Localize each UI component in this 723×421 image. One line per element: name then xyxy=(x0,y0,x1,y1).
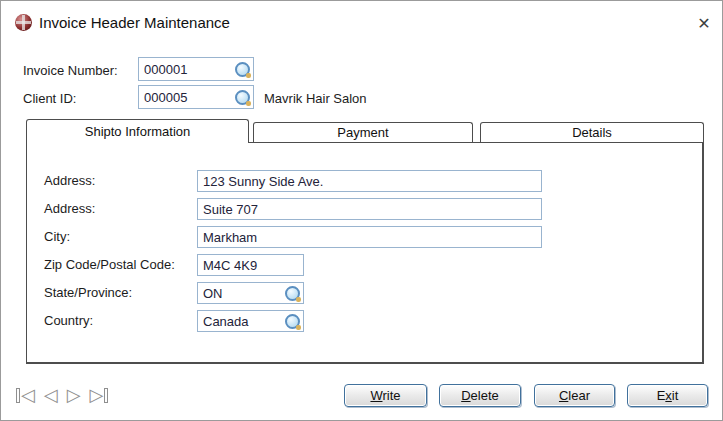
clear-button-label: Clear xyxy=(559,388,590,403)
country-lookup-icon[interactable] xyxy=(284,313,301,330)
first-record-bar-icon xyxy=(16,388,20,403)
client-id-lookup-icon[interactable] xyxy=(234,89,251,106)
write-button-label: Write xyxy=(370,388,400,403)
first-record-button[interactable]: ◁ xyxy=(16,385,35,405)
city-input[interactable] xyxy=(198,230,541,245)
invoice-number-field-box xyxy=(138,57,254,81)
exit-button-label: Exit xyxy=(657,388,679,403)
clear-button[interactable]: Clear xyxy=(534,384,615,407)
tab-details-label: Details xyxy=(572,125,612,140)
tab-payment-label: Payment xyxy=(337,125,388,140)
tab-shipto-information[interactable]: Shipto Information xyxy=(26,119,249,143)
client-id-label: Client ID: xyxy=(23,91,76,106)
close-button[interactable]: ✕ xyxy=(691,10,717,36)
city-row: City: xyxy=(27,226,702,248)
next-record-button[interactable]: ▷ xyxy=(67,385,81,405)
delete-button[interactable]: Delete xyxy=(439,384,521,407)
zip-postal-label: Zip Code/Postal Code: xyxy=(44,257,175,272)
previous-record-icon: ◁ xyxy=(44,385,58,405)
exit-button[interactable]: Exit xyxy=(627,384,708,407)
next-record-icon: ▷ xyxy=(67,385,81,405)
address2-row: Address: xyxy=(27,198,702,220)
address1-label: Address: xyxy=(44,173,95,188)
shipto-information-panel: Address: Address: City: Zip Code/Postal … xyxy=(26,142,704,364)
address2-input[interactable] xyxy=(198,202,541,217)
last-record-button[interactable]: ▷ xyxy=(90,385,109,405)
address2-label: Address: xyxy=(44,201,95,216)
previous-record-button[interactable]: ◁ xyxy=(44,385,58,405)
address1-row: Address: xyxy=(27,170,702,192)
zip-postal-row: Zip Code/Postal Code: xyxy=(27,254,702,276)
zip-postal-input[interactable] xyxy=(198,258,303,273)
write-button[interactable]: Write xyxy=(344,384,427,407)
tab-shipto-information-label: Shipto Information xyxy=(85,124,191,139)
tab-payment[interactable]: Payment xyxy=(253,122,473,142)
first-record-triangle-icon: ◁ xyxy=(21,385,35,405)
invoice-number-lookup-icon[interactable] xyxy=(234,61,251,78)
address1-input[interactable] xyxy=(198,174,541,189)
country-input[interactable] xyxy=(198,314,284,329)
state-province-label: State/Province: xyxy=(44,285,132,300)
zip-postal-field-box xyxy=(197,254,304,276)
last-record-bar-icon xyxy=(104,388,108,403)
app-icon xyxy=(15,14,32,31)
country-label: Country: xyxy=(44,313,93,328)
client-id-field-box xyxy=(138,85,254,109)
state-province-field-box xyxy=(197,282,304,304)
close-icon: ✕ xyxy=(697,14,710,33)
city-label: City: xyxy=(44,229,70,244)
state-province-input[interactable] xyxy=(198,286,284,301)
state-province-row: State/Province: xyxy=(27,282,702,304)
client-id-input[interactable] xyxy=(139,90,234,105)
invoice-number-label: Invoice Number: xyxy=(23,63,118,78)
tab-details[interactable]: Details xyxy=(480,122,704,142)
invoice-header-maintenance-window: Invoice Header Maintenance ✕ Invoice Num… xyxy=(0,0,723,421)
address2-field-box xyxy=(197,198,542,220)
state-province-lookup-icon[interactable] xyxy=(284,285,301,302)
record-navigation: ◁ ◁ ▷ ▷ xyxy=(16,385,108,405)
invoice-number-input[interactable] xyxy=(139,62,234,77)
last-record-triangle-icon: ▷ xyxy=(90,385,104,405)
address1-field-box xyxy=(197,170,542,192)
city-field-box xyxy=(197,226,542,248)
country-row: Country: xyxy=(27,310,702,332)
delete-button-label: Delete xyxy=(461,388,499,403)
window-title: Invoice Header Maintenance xyxy=(39,14,230,31)
client-name-text: Mavrik Hair Salon xyxy=(264,91,367,106)
country-field-box xyxy=(197,310,304,332)
